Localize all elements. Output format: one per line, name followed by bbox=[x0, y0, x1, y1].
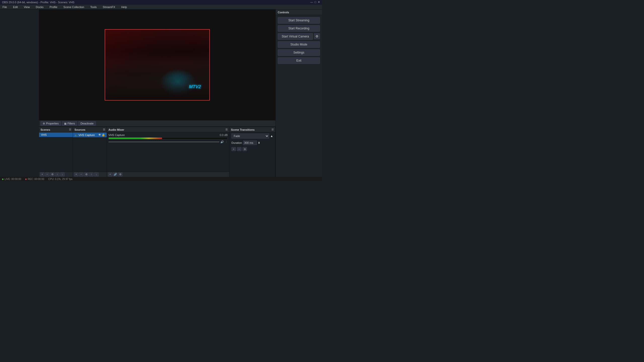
source-visibility-icon[interactable]: 👁 bbox=[98, 133, 101, 137]
audience-silhouette bbox=[105, 61, 209, 100]
duration-spin-icon: ⬍ bbox=[258, 141, 260, 145]
deactivate-button[interactable]: Deactivate bbox=[78, 121, 96, 126]
audio-controls: 🔊 ⋮ bbox=[108, 140, 228, 144]
audio-channel-header: VHS Capture 0.0 dB bbox=[108, 133, 228, 137]
filters-button[interactable]: ▦ Filters bbox=[62, 121, 77, 126]
preview-image: MTV2 bbox=[105, 30, 209, 100]
menu-item-profile[interactable]: Profile bbox=[49, 5, 58, 9]
controls-header: Controls bbox=[276, 10, 322, 15]
left-panel bbox=[0, 10, 39, 177]
close-button[interactable]: ✕ bbox=[318, 1, 320, 4]
move-scene-up-button[interactable]: ↑ bbox=[55, 172, 60, 176]
audio-channel-db: 0.0 dB bbox=[220, 133, 228, 137]
scenes-header-icons: ☰ bbox=[69, 128, 71, 131]
sources-menu-icon[interactable]: ☰ bbox=[103, 128, 105, 131]
audio-channel-name: VHS Capture bbox=[108, 133, 125, 137]
audio-mixer-header: Audio Mixer ☰ bbox=[107, 127, 229, 132]
properties-button[interactable]: ⚙ Properties bbox=[41, 121, 61, 126]
source-item-controls: 👁 🔒 bbox=[98, 133, 105, 137]
move-source-up-button[interactable]: ↑ bbox=[89, 172, 94, 176]
transitions-footer: + − ⚙ bbox=[229, 146, 275, 152]
start-streaming-button[interactable]: Start Streaming bbox=[278, 17, 320, 24]
start-recording-button[interactable]: Start Recording bbox=[278, 25, 320, 32]
source-lock-icon[interactable]: 🔒 bbox=[102, 133, 105, 137]
add-scene-button[interactable]: + bbox=[40, 172, 45, 176]
menu-item-scene-collection[interactable]: Scene Collection bbox=[62, 5, 85, 9]
source-item-icon: 📺 bbox=[74, 133, 77, 136]
add-transition-button[interactable]: + bbox=[231, 147, 236, 151]
transitions-menu-icon[interactable]: ☰ bbox=[271, 128, 274, 131]
menu-item-edit[interactable]: Edit bbox=[12, 5, 19, 9]
audio-mixer-panel: Audio Mixer ☰ VHS Capture 0.0 dB bbox=[107, 127, 229, 177]
remove-transition-button[interactable]: − bbox=[237, 147, 242, 151]
controls-buttons: Start Streaming Start Recording Start Vi… bbox=[276, 15, 322, 177]
menu-item-file[interactable]: File bbox=[2, 5, 8, 9]
scene-item-vhs[interactable]: VHS bbox=[39, 132, 73, 137]
filter-source-button[interactable]: ⚙ bbox=[84, 172, 89, 176]
mute-button[interactable]: 🔊 bbox=[220, 140, 224, 144]
transition-type-select[interactable]: Fade Cut Swipe Slide Stinger Fade to Col… bbox=[231, 133, 269, 139]
filters-icon: ▦ bbox=[64, 122, 66, 125]
studio-mode-button[interactable]: Studio Mode bbox=[278, 41, 320, 48]
sources-footer: + − ⚙ ↑ ↓ bbox=[73, 171, 107, 177]
virtual-camera-settings-icon[interactable]: ⚙ bbox=[314, 33, 320, 39]
maximize-button[interactable]: □ bbox=[314, 1, 316, 4]
move-source-down-button[interactable]: ↓ bbox=[94, 172, 99, 176]
source-item-vhs-capture[interactable]: 📺 VHS Capture 👁 🔒 bbox=[73, 132, 107, 137]
audio-meter-fill bbox=[109, 138, 162, 139]
audio-channel-vhs: VHS Capture 0.0 dB 🔊 ⋮ bbox=[107, 132, 229, 145]
volume-slider[interactable] bbox=[108, 142, 219, 142]
cpu-status: CPU: 0.1%, 29.97 fps bbox=[48, 178, 72, 180]
remove-scene-button[interactable]: − bbox=[45, 172, 50, 176]
menu-item-view[interactable]: View bbox=[23, 5, 31, 9]
audio-mixer-footer: + 🔗 ⚙ bbox=[107, 171, 229, 177]
menu-item-help[interactable]: Help bbox=[120, 5, 128, 9]
scenes-panel: Scenes ☰ VHS + − ⚙ ↑ ↓ bbox=[39, 127, 73, 177]
scene-transitions-header: Scene Transitions ☰ bbox=[229, 127, 275, 132]
move-scene-down-button[interactable]: ↓ bbox=[60, 172, 65, 176]
duration-input[interactable] bbox=[243, 141, 257, 145]
audio-meter-bar bbox=[108, 137, 228, 139]
audio-mixer-content: VHS Capture 0.0 dB 🔊 ⋮ bbox=[107, 132, 229, 171]
rec-status: REC: 00:00:00 bbox=[25, 178, 44, 180]
main-area: MTV2 ⚙ Properties ▦ Filters Deactivate bbox=[0, 10, 322, 177]
title-bar: OBS 29.0.0 (64-bit, windows) - Profile: … bbox=[0, 0, 322, 5]
transition-type-row: Fade Cut Swipe Slide Stinger Fade to Col… bbox=[229, 132, 275, 140]
preview-canvas[interactable]: MTV2 bbox=[105, 29, 210, 101]
menu-item-streamfx[interactable]: StreamFX bbox=[102, 5, 116, 9]
virtual-camera-row: Start Virtual Camera ⚙ bbox=[278, 33, 320, 40]
scenes-panel-header: Scenes ☰ bbox=[39, 127, 73, 132]
window-title: OBS 29.0.0 (64-bit, windows) - Profile: … bbox=[2, 1, 74, 4]
filter-scene-button[interactable]: ⚙ bbox=[50, 172, 55, 176]
center-column: MTV2 ⚙ Properties ▦ Filters Deactivate bbox=[39, 10, 275, 177]
live-dot bbox=[2, 178, 4, 180]
add-audio-source-button[interactable]: + bbox=[108, 172, 112, 176]
scenes-list: VHS bbox=[39, 132, 73, 171]
audio-link-button[interactable]: 🔗 bbox=[113, 172, 117, 176]
scene-transitions-content: Fade Cut Swipe Slide Stinger Fade to Col… bbox=[229, 132, 275, 177]
audio-gear-button[interactable]: ⚙ bbox=[118, 172, 123, 176]
scenes-footer: + − ⚙ ↑ ↓ bbox=[39, 171, 73, 177]
sources-list: 📺 VHS Capture 👁 🔒 bbox=[73, 132, 107, 171]
audio-mixer-menu-icon[interactable]: ☰ bbox=[225, 128, 228, 131]
remove-source-button[interactable]: − bbox=[79, 172, 84, 176]
preview-area: MTV2 bbox=[39, 10, 275, 120]
menu-item-tools[interactable]: Tools bbox=[89, 5, 98, 9]
exit-button[interactable]: Exit bbox=[278, 57, 320, 64]
transitions-chevron-icon: ▲ bbox=[270, 134, 273, 138]
menu-item-docks[interactable]: Docks bbox=[35, 5, 45, 9]
live-status: LIVE: 00:00:00 bbox=[2, 178, 21, 180]
minimize-button[interactable]: — bbox=[310, 1, 313, 4]
settings-button[interactable]: Settings bbox=[278, 49, 320, 56]
scenes-menu-icon[interactable]: ☰ bbox=[69, 128, 71, 131]
audio-settings-button[interactable]: ⋮ bbox=[225, 140, 228, 144]
source-item-label: VHS Capture bbox=[78, 133, 95, 137]
source-toolbar: ⚙ Properties ▦ Filters Deactivate bbox=[39, 120, 275, 127]
transition-settings-button[interactable]: ⚙ bbox=[243, 147, 247, 151]
scene-transitions-panel: Scene Transitions ☰ Fade Cut Swipe Slide… bbox=[229, 127, 275, 177]
window-controls: — □ ✕ bbox=[310, 1, 320, 4]
start-virtual-camera-button[interactable]: Start Virtual Camera bbox=[278, 33, 313, 40]
menu-bar: FileEditViewDocksProfileScene Collection… bbox=[0, 5, 322, 10]
add-source-button[interactable]: + bbox=[74, 172, 78, 176]
scene-transitions-header-icons: ☰ bbox=[271, 128, 274, 131]
